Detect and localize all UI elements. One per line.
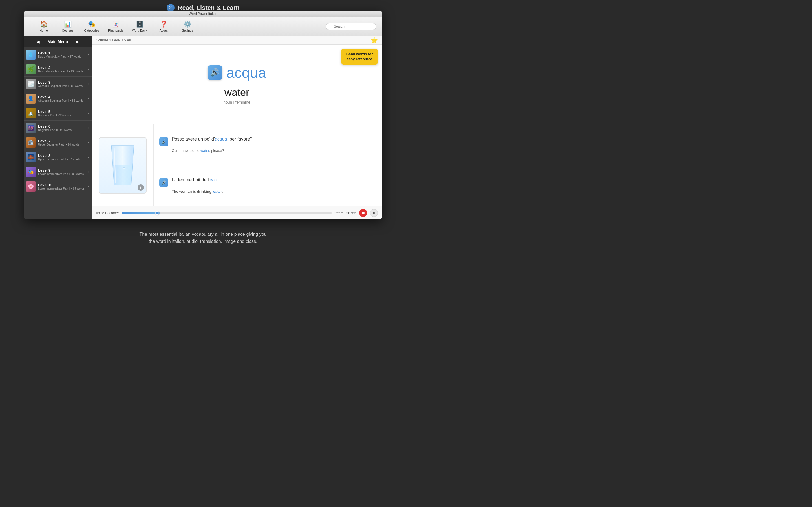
sidebar-item-level4[interactable]: 👤 Level 4 Absolute Beginner Part II • 82… bbox=[24, 91, 92, 106]
caption-line2: the word in Italian, audio, translation,… bbox=[149, 239, 257, 244]
word-speaker-button[interactable]: 🔊 bbox=[207, 65, 222, 80]
wordbank-icon: 🗄️ bbox=[136, 20, 144, 28]
sidebar-item-level10[interactable]: 🌸 Level 10 Lower Intermediate Part II • … bbox=[24, 179, 92, 194]
level1-thumb: 💧 bbox=[26, 50, 36, 60]
about-label: About bbox=[160, 29, 168, 32]
sentence2-speaker-button[interactable]: 🔊 bbox=[159, 178, 168, 187]
toolbar-flashcards[interactable]: 🃏 Flashcards bbox=[104, 18, 127, 35]
sentence1-speaker-icon: 🔊 bbox=[161, 139, 166, 144]
toolbar-settings[interactable]: ⚙️ Settings bbox=[176, 18, 199, 35]
sidebar-title: Main Menu bbox=[48, 40, 68, 44]
main-area: ◀ Main Menu ▶ 💧 Level 1 Basic Vocabulary… bbox=[24, 36, 382, 219]
progress-bar[interactable] bbox=[122, 212, 332, 214]
sentence2-english: The woman is drinking water. bbox=[159, 189, 376, 193]
level6-subtitle: Beginner Part II • 99 words bbox=[38, 128, 86, 131]
sentence2-highlight: eau bbox=[210, 177, 217, 182]
toolbar-wordbank[interactable]: 🗄️ Word Bank bbox=[128, 18, 151, 35]
glass-image: + bbox=[99, 137, 147, 193]
level7-thumb: 🏛️ bbox=[26, 137, 36, 148]
home-label: Home bbox=[40, 29, 48, 32]
settings-label: Settings bbox=[182, 29, 193, 32]
word-class: noun | feminine bbox=[223, 100, 250, 105]
bottom-caption: The most essential Italian vocabulary al… bbox=[0, 231, 406, 245]
settings-icon: ⚙️ bbox=[184, 20, 192, 28]
level9-title: Level 9 bbox=[38, 168, 86, 172]
home-icon: 🏠 bbox=[40, 20, 48, 28]
about-icon: ❓ bbox=[160, 20, 167, 28]
level1-title: Level 1 bbox=[38, 51, 86, 55]
level3-text: Level 3 Absolute Beginner Part I • 89 wo… bbox=[38, 80, 86, 88]
level3-thumb: 🌫️ bbox=[26, 79, 36, 89]
level6-text: Level 6 Beginner Part II • 99 words bbox=[38, 124, 86, 131]
glass-svg bbox=[106, 143, 140, 188]
level9-thumb: 🎭 bbox=[26, 167, 36, 177]
sentence-row-1: 🔊 Posso avere un po' d'acqua, per favore… bbox=[159, 136, 376, 146]
level2-thumb: 🌿 bbox=[26, 64, 36, 74]
voice-recorder: Voice Recorder 〜〜 00:00 bbox=[92, 206, 382, 219]
level4-chevron: › bbox=[88, 97, 89, 101]
record-dot bbox=[362, 212, 364, 214]
level5-text: Level 5 Beginner Part I • 96 words bbox=[38, 110, 86, 117]
title-bar: Word Power Italian bbox=[24, 11, 382, 17]
flashcards-icon: 🃏 bbox=[112, 20, 119, 28]
word-header: 🔊 acqua bbox=[207, 64, 266, 81]
star-button[interactable]: ⭐ bbox=[371, 37, 378, 44]
english-word: water bbox=[224, 87, 249, 99]
sidebar-item-level7[interactable]: 🏛️ Level 7 Upper Beginner Part I • 90 wo… bbox=[24, 135, 92, 150]
sentence1-english-highlight: water bbox=[200, 149, 209, 153]
step-title: Read, Listen & Learn bbox=[178, 4, 240, 11]
level5-subtitle: Beginner Part I • 96 words bbox=[38, 114, 86, 117]
level9-text: Level 9 Lower Intermediate Part I • 98 w… bbox=[38, 168, 86, 175]
search-wrapper: 🔍 bbox=[326, 23, 376, 30]
level6-title: Level 6 bbox=[38, 124, 86, 128]
sentence1-speaker-button[interactable]: 🔊 bbox=[159, 137, 168, 146]
level5-chevron: › bbox=[88, 111, 89, 115]
sidebar-item-level5[interactable]: 🏔️ Level 5 Beginner Part I • 96 words › bbox=[24, 106, 92, 121]
play-button[interactable] bbox=[370, 209, 378, 217]
toolbar-categories[interactable]: 🎭 Categories bbox=[80, 18, 103, 35]
italian-word: acqua bbox=[226, 64, 266, 81]
level4-text: Level 4 Absolute Beginner Part II • 82 w… bbox=[38, 95, 86, 102]
svg-point-0 bbox=[123, 167, 125, 169]
sentence2-italian: La femme boit de l'eau. bbox=[172, 177, 218, 182]
sentence1-italian: Posso avere un po' d'acqua, per favore? bbox=[172, 136, 252, 142]
level8-chevron: › bbox=[88, 155, 89, 159]
image-plus-button[interactable]: + bbox=[138, 184, 144, 191]
level10-chevron: › bbox=[88, 184, 89, 188]
sidebar-item-level2[interactable]: 🌿 Level 2 Basic Vocabulary Part II • 100… bbox=[24, 62, 92, 76]
toolbar-items: 🏠 Home 📊 Courses 🎭 Categories 🃏 Flashcar… bbox=[27, 18, 326, 35]
level1-chevron: › bbox=[88, 53, 89, 57]
courses-label: Courses bbox=[62, 29, 73, 32]
toolbar-about[interactable]: ❓ About bbox=[152, 18, 175, 35]
level10-subtitle: Lower Intermediate Part II • 97 words bbox=[38, 187, 86, 190]
search-input[interactable] bbox=[326, 23, 376, 30]
sidebar-item-level9[interactable]: 🎭 Level 9 Lower Intermediate Part I • 98… bbox=[24, 165, 92, 179]
play-triangle bbox=[373, 212, 375, 214]
sidebar-item-level8[interactable]: 🌉 Level 8 Upper Beginner Part II • 97 wo… bbox=[24, 150, 92, 165]
sidebar-item-level3[interactable]: 🌫️ Level 3 Absolute Beginner Part I • 89… bbox=[24, 76, 92, 91]
bank-tooltip[interactable]: Bank words for easy reference bbox=[341, 49, 378, 64]
level10-text: Level 10 Lower Intermediate Part II • 97… bbox=[38, 183, 86, 190]
level3-subtitle: Absolute Beginner Part I • 89 words bbox=[38, 84, 86, 88]
level10-title: Level 10 bbox=[38, 183, 86, 187]
sidebar-forward-button[interactable]: ▶ bbox=[73, 38, 81, 45]
level5-thumb: 🏔️ bbox=[26, 108, 36, 118]
sentence-row-2: 🔊 La femme boit de l'eau. bbox=[159, 177, 376, 187]
recorder-label: Voice Recorder bbox=[96, 211, 119, 215]
record-button[interactable] bbox=[359, 209, 367, 217]
toolbar-courses[interactable]: 📊 Courses bbox=[56, 18, 79, 35]
sentence2-english-highlight: water bbox=[212, 189, 221, 193]
level3-chevron: › bbox=[88, 82, 89, 86]
sidebar-list: 💧 Level 1 Basic Vocabulary Part I • 87 w… bbox=[24, 47, 92, 219]
level8-subtitle: Upper Beginner Part II • 97 words bbox=[38, 158, 86, 161]
toolbar: 🏠 Home 📊 Courses 🎭 Categories 🃏 Flashcar… bbox=[24, 17, 382, 36]
image-panel: + bbox=[92, 124, 154, 206]
sidebar-back-button[interactable]: ◀ bbox=[35, 38, 42, 45]
sidebar-item-level1[interactable]: 💧 Level 1 Basic Vocabulary Part I • 87 w… bbox=[24, 47, 92, 62]
toolbar-home[interactable]: 🏠 Home bbox=[33, 18, 55, 35]
sidebar-item-level6[interactable]: 🌆 Level 6 Beginner Part II • 99 words › bbox=[24, 121, 92, 135]
sentence-item-2: 🔊 La femme boit de l'eau. The woman is d… bbox=[154, 165, 382, 206]
app-window: Word Power Italian 🏠 Home 📊 Courses 🎭 Ca… bbox=[24, 11, 382, 219]
level6-chevron: › bbox=[88, 126, 89, 130]
level7-text: Level 7 Upper Beginner Part I • 90 words bbox=[38, 139, 86, 146]
